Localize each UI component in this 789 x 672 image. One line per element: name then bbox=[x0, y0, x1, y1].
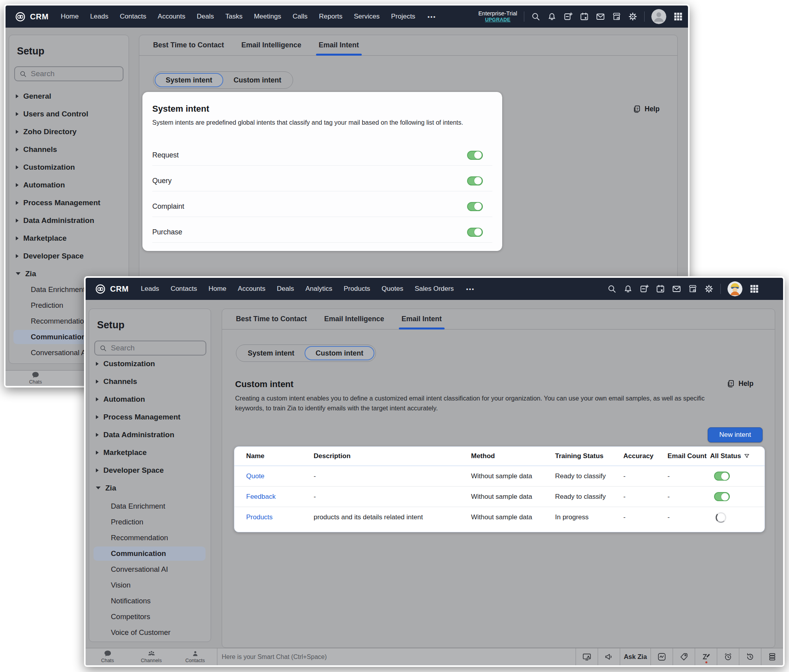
apps-grid-icon[interactable] bbox=[749, 284, 759, 294]
nav-menu-item[interactable]: Deals bbox=[277, 285, 294, 293]
help-link[interactable]: Help bbox=[632, 105, 660, 114]
zia-button[interactable] bbox=[695, 648, 717, 665]
status-toggle[interactable] bbox=[714, 472, 730, 481]
status-toggle[interactable] bbox=[716, 512, 726, 523]
avatar[interactable] bbox=[727, 281, 742, 296]
footer-tab[interactable]: Contacts bbox=[173, 648, 217, 665]
intent-type-pill[interactable]: System intent bbox=[155, 73, 223, 87]
nav-menu-item[interactable]: Calls bbox=[293, 13, 308, 21]
nav-more-button[interactable]: ••• bbox=[428, 13, 436, 20]
sidebar-section[interactable]: Data Administration bbox=[9, 212, 129, 229]
nav-menu-item[interactable]: Sales Orders bbox=[415, 285, 454, 293]
column-header[interactable]: Email Count bbox=[667, 452, 710, 460]
announcements-button[interactable] bbox=[598, 648, 620, 665]
nav-menu-item[interactable]: Home bbox=[208, 285, 226, 293]
sidebar-section[interactable]: Zoho Directory bbox=[9, 123, 129, 140]
quick-create-icon[interactable] bbox=[639, 284, 649, 294]
nav-menu-item[interactable]: Accounts bbox=[158, 13, 185, 21]
tab[interactable]: Email Intelligence bbox=[241, 35, 301, 55]
nav-menu-item[interactable]: Reports bbox=[319, 13, 342, 21]
apps-grid-icon[interactable] bbox=[673, 11, 683, 22]
tags-button[interactable] bbox=[673, 648, 695, 665]
footer-tab[interactable]: Chats bbox=[86, 648, 129, 665]
column-header[interactable]: Description bbox=[314, 452, 471, 460]
sidebar-subitem[interactable]: Data Enrichment bbox=[89, 498, 211, 514]
intent-name-link[interactable]: Quote bbox=[246, 472, 314, 480]
nav-menu-item[interactable]: Deals bbox=[197, 13, 214, 21]
tab[interactable]: Email Intent bbox=[402, 309, 442, 329]
nav-more-button[interactable]: ••• bbox=[466, 286, 475, 292]
crm-brand[interactable]: CRM bbox=[95, 284, 129, 294]
calendar-icon[interactable] bbox=[580, 12, 589, 21]
sidebar-subitem[interactable]: Conversational AI bbox=[89, 562, 211, 577]
sidebar-subitem[interactable]: Vision bbox=[89, 577, 211, 593]
status-toggle[interactable] bbox=[714, 492, 730, 501]
nav-menu-item[interactable]: Accounts bbox=[238, 285, 265, 293]
nav-menu-item[interactable]: Projects bbox=[391, 13, 415, 21]
nav-menu-item[interactable]: Analytics bbox=[305, 285, 332, 293]
sidebar-subitem[interactable]: Prediction bbox=[89, 514, 211, 530]
tab[interactable]: Best Time to Contact bbox=[236, 309, 307, 329]
column-header-all-status[interactable]: All Status bbox=[710, 452, 765, 460]
column-header[interactable]: Method bbox=[471, 452, 555, 460]
tab[interactable]: Email Intelligence bbox=[324, 309, 384, 329]
sidebar-subitem[interactable]: Voice of Customer bbox=[89, 625, 211, 640]
nav-menu-item[interactable]: Services bbox=[354, 13, 380, 21]
smart-chat-bar[interactable]: Here is your Smart Chat (Ctrl+Space) bbox=[217, 648, 327, 665]
nav-menu-item[interactable]: Tasks bbox=[225, 13, 242, 21]
intent-toggle[interactable] bbox=[467, 228, 483, 237]
search-icon[interactable] bbox=[607, 284, 617, 294]
sidebar-section[interactable]: Process Management bbox=[9, 194, 129, 212]
sidebar-subitem[interactable]: Communication bbox=[89, 546, 211, 562]
worklog-button[interactable] bbox=[761, 648, 783, 665]
marketplace-icon[interactable] bbox=[612, 12, 621, 21]
history-button[interactable] bbox=[739, 648, 761, 665]
search-icon[interactable] bbox=[531, 12, 540, 21]
footer-tab[interactable]: Channels bbox=[129, 648, 173, 665]
settings-gear-icon[interactable] bbox=[628, 12, 638, 21]
sidebar-section-zia[interactable]: Zia bbox=[89, 479, 211, 497]
avatar[interactable] bbox=[651, 9, 666, 24]
sidebar-section[interactable]: General bbox=[9, 87, 129, 105]
tab[interactable]: Email Intent bbox=[319, 35, 359, 55]
sidebar-section[interactable]: Automation bbox=[9, 176, 129, 194]
mail-icon[interactable] bbox=[596, 12, 605, 21]
sidebar-section[interactable]: Marketplace bbox=[89, 444, 211, 461]
intent-toggle[interactable] bbox=[467, 151, 483, 160]
nav-menu-item[interactable]: Quotes bbox=[381, 285, 403, 293]
intent-name-link[interactable]: Products bbox=[246, 513, 314, 521]
help-link[interactable]: Help bbox=[726, 379, 753, 388]
intent-type-pill[interactable]: Custom intent bbox=[305, 346, 374, 360]
settings-gear-icon[interactable] bbox=[704, 284, 714, 294]
sidebar-search-input[interactable]: Search bbox=[94, 341, 206, 356]
footer-tab[interactable]: Chats bbox=[6, 371, 65, 386]
sidebar-section[interactable]: Automation bbox=[89, 390, 211, 408]
marketplace-icon[interactable] bbox=[688, 284, 697, 294]
sidebar-section[interactable]: Marketplace bbox=[9, 229, 129, 247]
sidebar-section[interactable]: Data Administration bbox=[89, 426, 211, 444]
ask-zia-button[interactable]: Ask Zia bbox=[620, 648, 651, 665]
nav-menu-item[interactable]: Contacts bbox=[170, 285, 197, 293]
calendar-icon[interactable] bbox=[656, 284, 665, 294]
plan-badge[interactable]: Enterprise-Trial UPGRADE bbox=[478, 10, 517, 23]
nav-menu-item[interactable]: Contacts bbox=[120, 13, 146, 21]
sidebar-search-input[interactable]: Search bbox=[14, 66, 123, 81]
sidebar-section[interactable]: Users and Control bbox=[9, 105, 129, 123]
activity-button[interactable] bbox=[651, 648, 673, 665]
column-header[interactable]: Accuracy bbox=[623, 452, 667, 460]
column-header[interactable]: Training Status bbox=[555, 452, 623, 460]
sidebar-section[interactable]: Developer Space bbox=[9, 247, 129, 265]
filter-funnel-icon[interactable] bbox=[744, 453, 750, 459]
sidebar-section[interactable]: Customization bbox=[89, 355, 211, 373]
reminders-button[interactable] bbox=[717, 648, 739, 665]
nav-menu-item[interactable]: Products bbox=[344, 285, 370, 293]
upgrade-link[interactable]: UPGRADE bbox=[478, 17, 517, 23]
tab[interactable]: Best Time to Contact bbox=[153, 35, 224, 55]
sidebar-section[interactable]: Channels bbox=[9, 140, 129, 158]
new-intent-button[interactable]: New intent bbox=[708, 427, 763, 442]
sidebar-section[interactable]: Developer Space bbox=[89, 461, 211, 479]
column-header[interactable]: Name bbox=[246, 452, 314, 460]
sidebar-section[interactable]: Channels bbox=[89, 373, 211, 390]
intent-type-pill[interactable]: Custom intent bbox=[223, 73, 292, 87]
nav-menu-item[interactable]: Leads bbox=[90, 13, 108, 21]
